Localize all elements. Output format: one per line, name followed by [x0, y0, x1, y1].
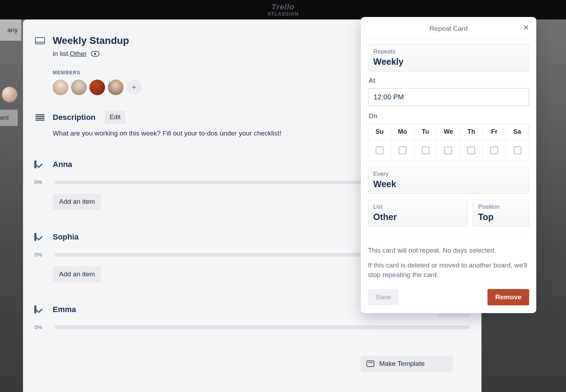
popover-title: Repeat Card: [429, 25, 468, 33]
checklist-icon: [34, 305, 36, 313]
day-header-we: We: [437, 124, 460, 140]
day-header-fr: Fr: [483, 124, 506, 140]
repeat-info-1: This card will not repeat. No days selec…: [368, 246, 529, 255]
close-icon[interactable]: ✕: [523, 23, 529, 32]
edit-description-button[interactable]: Edit: [105, 111, 126, 124]
day-header-su: Su: [368, 124, 391, 140]
add-member-button[interactable]: +: [126, 80, 142, 95]
divider: [368, 39, 529, 39]
day-header-tu: Tu: [414, 124, 437, 140]
app-topbar: Trello ATLASSIAN: [0, 0, 566, 19]
add-checklist-item-button[interactable]: Add an item: [53, 194, 101, 210]
checklist-progress-pct: 0%: [34, 252, 48, 258]
repeat-card-popover: Repeat Card ✕ Repeats Weekly At On Su Mo…: [361, 17, 536, 313]
member-avatar[interactable]: [89, 80, 105, 95]
day-checkbox-tu[interactable]: [422, 146, 429, 154]
template-icon: [366, 361, 374, 367]
description-icon: [35, 114, 45, 121]
board-header-fragment: any: [0, 19, 21, 41]
day-checkbox-fr[interactable]: [490, 146, 498, 154]
description-heading: Description: [53, 113, 96, 122]
checklist-icon: [34, 233, 36, 241]
checklist-progress-bar: [55, 325, 470, 329]
day-checkbox-su[interactable]: [376, 146, 383, 154]
days-grid: Su Mo Tu We Th Fr Sa: [368, 123, 529, 161]
brand-name: Trello: [271, 3, 295, 11]
member-avatar[interactable]: [53, 80, 68, 95]
at-label: At: [369, 77, 529, 85]
add-checklist-item-button[interactable]: Add an item: [53, 266, 101, 282]
card-list-link[interactable]: Other: [70, 50, 87, 57]
on-label: On: [369, 113, 529, 120]
remove-button[interactable]: Remove: [487, 289, 529, 305]
checklist-icon: [34, 160, 36, 168]
day-checkbox-we[interactable]: [444, 146, 452, 154]
time-input[interactable]: [368, 88, 529, 106]
app-logo: Trello ATLASSIAN: [267, 3, 299, 17]
day-checkbox-mo[interactable]: [399, 146, 406, 154]
every-select[interactable]: Every Week: [368, 167, 529, 194]
add-card-fragment[interactable]: ard: [0, 110, 18, 126]
position-select[interactable]: Position Top: [473, 200, 529, 227]
day-header-mo: Mo: [391, 124, 414, 140]
member-avatar[interactable]: [108, 80, 123, 95]
card-icon: [35, 37, 45, 44]
repeats-select[interactable]: Repeats Weekly: [368, 44, 529, 71]
watch-icon[interactable]: [91, 51, 99, 57]
day-checkbox-sa[interactable]: [514, 146, 521, 154]
checklist-progress-pct: 0%: [34, 324, 48, 330]
member-avatar[interactable]: [71, 80, 87, 95]
day-header-sa: Sa: [506, 124, 529, 140]
day-checkbox-th[interactable]: [467, 146, 475, 154]
make-template-button[interactable]: Make Template: [361, 356, 453, 372]
repeat-info-2: If this card is deleted or moved to anot…: [368, 260, 529, 280]
day-header-th: Th: [460, 124, 483, 140]
divider: [368, 237, 529, 237]
board-member-avatar[interactable]: [2, 87, 17, 102]
checklist-progress-pct: 0%: [34, 179, 48, 185]
brand-sub: ATLASSIAN: [267, 11, 299, 17]
list-select[interactable]: List Other: [368, 200, 468, 227]
save-button[interactable]: Save: [368, 289, 399, 305]
